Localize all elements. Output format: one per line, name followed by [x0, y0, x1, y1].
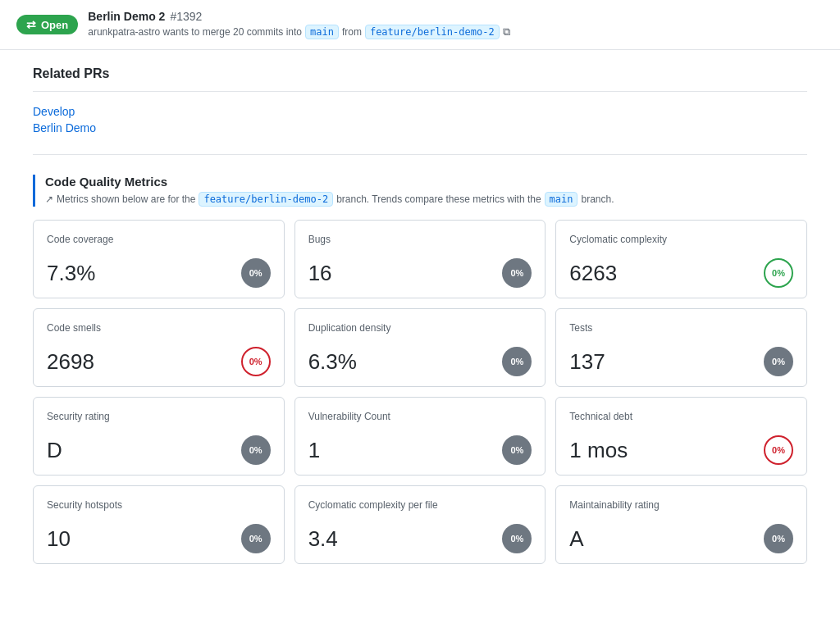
metric-value: 2698 — [47, 349, 94, 375]
metric-value-row: D0% — [47, 435, 271, 465]
pr-title-line: Berlin Demo 2 #1392 — [88, 10, 509, 23]
metric-label: Cyclomatic complexity per file — [308, 499, 532, 511]
metric-badge: 0% — [764, 524, 793, 553]
metric-value-row: A0% — [569, 524, 793, 553]
metric-label: Code smells — [47, 322, 271, 334]
quality-section-divider — [33, 154, 807, 155]
branch-feature-tag[interactable]: feature/berlin-demo-2 — [365, 25, 500, 39]
metric-card: Cyclomatic complexity62630% — [555, 220, 807, 298]
metric-badge: 0% — [502, 435, 532, 465]
metric-card: Vulnerability Count10% — [294, 397, 546, 476]
related-prs-divider — [33, 91, 807, 92]
metric-badge: 0% — [502, 524, 532, 553]
pr-header: ⇄ Open Berlin Demo 2 #1392 arunkpatra-as… — [0, 0, 840, 50]
quality-header-block: Code Quality Metrics ↗ Metrics shown bel… — [33, 175, 807, 207]
metric-label: Vulnerability Count — [308, 411, 532, 422]
metric-badge: 0% — [502, 347, 532, 376]
related-pr-develop[interactable]: Develop — [33, 105, 807, 118]
quality-subtitle-middle: branch. Trends compare these metrics wit… — [336, 193, 541, 205]
pr-title-area: Berlin Demo 2 #1392 arunkpatra-astro wan… — [88, 10, 509, 39]
metric-badge: 0% — [241, 258, 271, 288]
metric-value: 137 — [569, 349, 605, 375]
quality-branch-main[interactable]: main — [545, 192, 578, 207]
metric-badge: 0% — [764, 258, 793, 288]
metric-value-row: 10% — [308, 435, 532, 465]
metric-card: Bugs160% — [294, 220, 546, 298]
quality-subtitle-prefix: Metrics shown below are for the — [57, 193, 195, 205]
metric-value-row: 62630% — [569, 258, 793, 288]
pr-title: Berlin Demo 2 — [88, 10, 165, 23]
metric-label: Security hotspots — [47, 499, 271, 511]
pr-subtitle-prefix: arunkpatra-astro wants to merge 20 commi… — [88, 26, 302, 38]
metric-value: 7.3% — [47, 261, 95, 286]
metric-value: 1 — [308, 438, 320, 463]
related-pr-berlin-demo[interactable]: Berlin Demo — [33, 121, 807, 134]
metric-value-row: 7.3%0% — [47, 258, 271, 288]
metric-value-row: 100% — [47, 524, 271, 553]
copy-icon[interactable]: ⧉ — [503, 25, 510, 39]
metric-value: 10 — [47, 526, 71, 552]
metric-label: Cyclomatic complexity — [569, 234, 793, 245]
quality-subtitle: ↗ Metrics shown below are for the featur… — [45, 192, 807, 207]
metric-card: Security ratingD0% — [33, 397, 285, 476]
metric-value-row: 160% — [308, 258, 532, 288]
metric-value: 16 — [308, 261, 332, 286]
metric-card: Code coverage7.3%0% — [33, 220, 285, 298]
metric-value: D — [47, 438, 62, 463]
metrics-grid: Code coverage7.3%0%Bugs160%Cyclomatic co… — [33, 220, 807, 564]
quality-title: Code Quality Metrics — [45, 175, 807, 189]
metric-value: 6263 — [569, 261, 617, 286]
metric-badge: 0% — [764, 347, 793, 376]
metric-badge: 0% — [241, 347, 271, 376]
metric-value-row: 1370% — [569, 347, 793, 376]
metric-label: Duplication density — [308, 322, 532, 334]
metric-label: Bugs — [308, 234, 532, 245]
metric-value-row: 3.40% — [308, 524, 532, 553]
related-prs-section: Related PRs Develop Berlin Demo — [33, 66, 807, 134]
metric-card: Code smells26980% — [33, 308, 285, 387]
metric-value-row: 6.3%0% — [308, 347, 532, 376]
quality-branch-feature[interactable]: feature/berlin-demo-2 — [199, 192, 333, 207]
metric-value: A — [569, 526, 583, 552]
metric-value: 3.4 — [308, 526, 338, 552]
metric-label: Code coverage — [47, 234, 271, 245]
metric-value-row: 26980% — [47, 347, 271, 376]
quality-subtitle-icon: ↗ — [45, 193, 53, 205]
metric-label: Maintainability rating — [569, 499, 793, 511]
pr-status-badge: ⇄ Open — [16, 15, 78, 34]
metric-value-row: 1 mos0% — [569, 435, 793, 465]
metric-value: 6.3% — [308, 349, 357, 375]
metric-card: Security hotspots100% — [33, 485, 285, 564]
metric-value: 1 mos — [569, 438, 628, 463]
metric-badge: 0% — [502, 258, 532, 288]
metric-label: Technical debt — [569, 411, 793, 422]
metric-card: Technical debt1 mos0% — [555, 397, 807, 476]
merge-icon: ⇄ — [26, 18, 36, 31]
metric-badge: 0% — [764, 435, 793, 465]
metric-card: Tests1370% — [555, 308, 807, 387]
metric-badge: 0% — [241, 435, 271, 465]
branch-main-tag[interactable]: main — [305, 25, 339, 39]
metric-card: Cyclomatic complexity per file3.40% — [294, 485, 546, 564]
pr-number: #1392 — [170, 10, 202, 23]
metric-label: Tests — [569, 322, 793, 334]
pr-status-label: Open — [41, 19, 68, 31]
pr-subtitle-from: from — [342, 26, 362, 38]
metric-card: Duplication density6.3%0% — [294, 308, 546, 387]
pr-subtitle: arunkpatra-astro wants to merge 20 commi… — [88, 25, 509, 39]
metric-label: Security rating — [47, 411, 271, 422]
quality-subtitle-suffix: branch. — [581, 193, 614, 205]
quality-section: Code Quality Metrics ↗ Metrics shown bel… — [33, 175, 807, 564]
metric-card: Maintainability ratingA0% — [555, 485, 807, 564]
related-prs-title: Related PRs — [33, 66, 807, 81]
metric-badge: 0% — [241, 524, 271, 553]
main-content: Related PRs Develop Berlin Demo Code Qua… — [0, 50, 840, 580]
